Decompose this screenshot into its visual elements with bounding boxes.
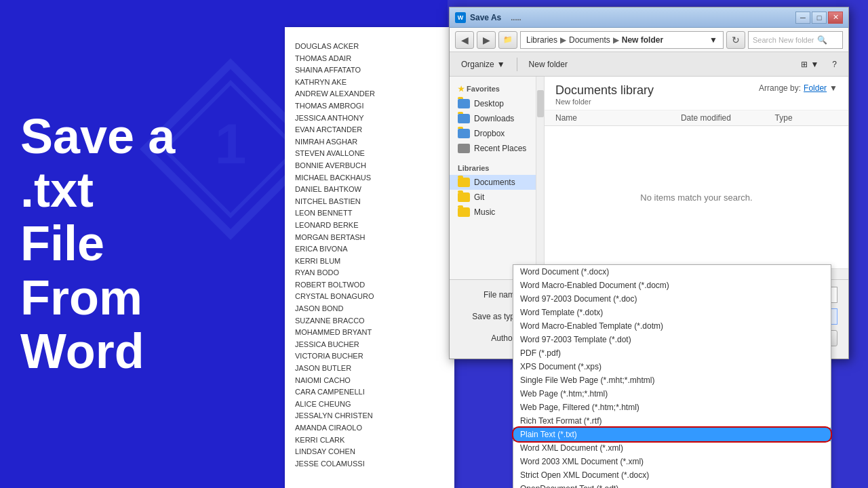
back-button[interactable]: ◀ [455, 31, 474, 49]
doc-name-item: ALICE CHEUNG [295, 399, 444, 411]
close-button[interactable]: ✕ [828, 12, 843, 24]
library-title: Documents library [555, 83, 654, 98]
views-icon: ⊞ [801, 60, 808, 69]
toolbar: Organize ▼ New folder ⊞ ▼ ? [450, 52, 848, 77]
path-documents[interactable]: Documents [569, 35, 610, 45]
dropdown-item-1[interactable]: Word Macro-Enabled Document (*.docm) [513, 279, 831, 292]
dropdown-item-16[interactable]: OpenDocument Text (*.odt) [513, 482, 831, 488]
title-buttons: ─ □ ✕ [795, 12, 843, 24]
sidebar-scroll-thumb[interactable] [537, 90, 544, 117]
doc-name-item: AMANDA CIRAOLO [295, 422, 444, 434]
sidebar-item-music[interactable]: Music [450, 205, 544, 220]
dropdown-item-10[interactable]: Web Page, Filtered (*.htm;*.html) [513, 401, 831, 414]
col-type[interactable]: Type [775, 113, 837, 123]
path-dropdown-arrow[interactable]: ▼ [709, 35, 717, 45]
address-path[interactable]: Libraries ▶ Documents ▶ New folder ▼ [520, 31, 724, 49]
help-label: ? [832, 60, 837, 69]
sidebar: ★ Favorites Desktop Downloads Dropbox [450, 77, 545, 279]
minimize-button[interactable]: ─ [795, 12, 810, 24]
dialog-path-hint: ..... [511, 14, 521, 22]
new-folder-label: New folder [529, 60, 568, 69]
file-list-empty: No items match your search. [545, 126, 848, 268]
circle-marker [512, 426, 832, 443]
dropdown-item-8[interactable]: Single File Web Page (*.mht;*.mhtml) [513, 373, 831, 387]
dropdown-item-7[interactable]: XPS Document (*.xps) [513, 360, 831, 373]
dropdown-item-9[interactable]: Web Page (*.htm;*.html) [513, 387, 831, 401]
search-icon[interactable]: 🔍 [817, 35, 827, 45]
music-icon [458, 207, 470, 217]
dialog-titlebar: W Save As ..... ─ □ ✕ [450, 7, 848, 28]
headline-text: Save a .txt File From Word [20, 110, 427, 378]
view-buttons: ⊞ ▼ ? [795, 56, 843, 73]
path-sep1: ▶ [560, 35, 566, 45]
address-bar: ◀ ▶ 📁 Libraries ▶ Documents ▶ New folder… [450, 28, 848, 52]
arrange-value: Folder [804, 83, 827, 93]
dialog-body: ★ Favorites Desktop Downloads Dropbox [450, 77, 848, 279]
library-subtitle: New folder [555, 98, 654, 106]
sidebar-item-git[interactable]: Git [450, 190, 544, 205]
search-box[interactable]: Search New folder 🔍 [748, 31, 843, 49]
dropbox-icon [458, 129, 470, 138]
toolbar-sep1 [517, 58, 517, 71]
favorites-section: ★ Favorites Desktop Downloads Dropbox [450, 82, 544, 156]
star-icon: ★ [458, 85, 465, 93]
search-placeholder: Search New folder [753, 36, 814, 44]
dropdown-item-2[interactable]: Word 97-2003 Document (*.doc) [513, 292, 831, 306]
dropdown-item-0[interactable]: Word Document (*.docx) [513, 265, 831, 279]
col-date-modified[interactable]: Date modified [681, 113, 775, 123]
sidebar-item-desktop[interactable]: Desktop [450, 96, 544, 111]
library-header: Documents library New folder Arrange by:… [545, 77, 848, 110]
sidebar-item-downloads[interactable]: Downloads [450, 111, 544, 126]
maximize-button[interactable]: □ [812, 12, 827, 24]
dropdown-item-11[interactable]: Rich Text Format (*.rtf) [513, 414, 831, 428]
up-button[interactable]: 📁 [498, 31, 517, 49]
doc-name-item: THOMAS ADAIR [295, 53, 444, 65]
dropdown-item-5[interactable]: Word 97-2003 Template (*.dot) [513, 333, 831, 346]
sidebar-item-documents[interactable]: Documents [450, 175, 544, 190]
dropdown-item-3[interactable]: Word Template (*.dotx) [513, 306, 831, 319]
dialog-title-text: Save As [470, 13, 501, 22]
dropdown-item-15[interactable]: Strict Open XML Document (*.docx) [513, 468, 831, 482]
dropdown-item-12[interactable]: Plain Text (*.txt) [513, 428, 831, 441]
git-icon [458, 192, 470, 202]
sidebar-item-dropbox[interactable]: Dropbox [450, 126, 544, 141]
arrange-arrow: ▼ [829, 83, 837, 93]
views-button[interactable]: ⊞ ▼ [795, 56, 825, 73]
libraries-section: Libraries Documents Git Music [450, 161, 544, 220]
desktop-icon [458, 99, 470, 108]
doc-name-item: JESSALYN CHRISTEN [295, 410, 444, 422]
arrange-label: Arrange by: [759, 83, 801, 93]
recent-icon [458, 144, 470, 153]
dropdown-item-4[interactable]: Word Macro-Enabled Template (*.dotm) [513, 319, 831, 333]
arrange-by[interactable]: Arrange by: Folder ▼ [759, 83, 837, 93]
organize-button[interactable]: Organize ▼ [455, 56, 511, 73]
doc-name-item: KERRI CLARK [295, 434, 444, 447]
new-folder-button[interactable]: New folder [523, 56, 574, 73]
file-area: Documents library New folder Arrange by:… [545, 77, 848, 279]
dropdown-item-13[interactable]: Word XML Document (*.xml) [513, 441, 831, 455]
doc-name-item: CARA CAMPENELLI [295, 386, 444, 399]
doc-name-item: KATHRYN AKE [295, 77, 444, 89]
doc-name-item: SHAINA AFFATATO [295, 64, 444, 77]
sidebar-item-recent[interactable]: Recent Places [450, 141, 544, 156]
savetype-dropdown: Word Document (*.docx)Word Macro-Enabled… [513, 264, 831, 488]
dropdown-item-6[interactable]: PDF (*.pdf) [513, 346, 831, 360]
help-button[interactable]: ? [826, 56, 843, 73]
dropdown-item-14[interactable]: Word 2003 XML Document (*.xml) [513, 455, 831, 468]
refresh-button[interactable]: ↻ [726, 31, 745, 49]
libraries-heading: Libraries [450, 161, 544, 175]
path-sep2: ▶ [613, 35, 619, 45]
sidebar-scrollbar[interactable] [536, 77, 544, 279]
doc-name-item: LINDSAY COHEN [295, 446, 444, 458]
word-icon: W [455, 12, 466, 23]
path-newfolder[interactable]: New folder [622, 35, 663, 45]
col-name[interactable]: Name [555, 113, 681, 123]
dialog-title: W Save As ..... [455, 12, 521, 23]
doc-name-item: DOUGLAS ACKER [295, 41, 444, 53]
empty-message: No items match your search. [640, 192, 752, 203]
organize-label: Organize [461, 60, 494, 69]
path-libraries[interactable]: Libraries [526, 35, 557, 45]
forward-button[interactable]: ▶ [477, 31, 496, 49]
views-arrow: ▼ [810, 60, 818, 69]
library-info: Documents library New folder [555, 83, 654, 106]
